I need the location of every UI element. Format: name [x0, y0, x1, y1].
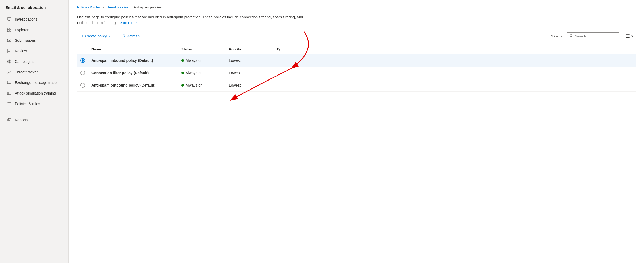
- sidebar-item-policies-rules[interactable]: Policies & rules: [2, 99, 67, 109]
- svg-rect-3: [7, 30, 9, 32]
- search-input[interactable]: [575, 34, 617, 38]
- sidebar-item-explorer-label: Explorer: [15, 28, 29, 32]
- svg-rect-2: [10, 28, 11, 30]
- row2-status-label: Always on: [186, 71, 203, 75]
- target-icon: [7, 59, 12, 64]
- sidebar: Email & collaboration Investigations Exp…: [0, 0, 69, 263]
- sidebar-item-review[interactable]: Review: [2, 46, 67, 56]
- sidebar-item-explorer[interactable]: Explorer: [2, 25, 67, 35]
- reports-icon: [7, 118, 12, 122]
- create-policy-button[interactable]: + Create policy ∨: [77, 32, 114, 40]
- row2-name: Connection filter policy (Default): [88, 67, 178, 79]
- sidebar-header: Email & collaboration: [0, 2, 68, 14]
- table-body: Anti-spam inbound policy (Default) Alway…: [77, 54, 636, 92]
- svg-rect-10: [7, 81, 11, 84]
- svg-point-9: [9, 61, 10, 62]
- col-status-header[interactable]: Status: [178, 45, 226, 54]
- sidebar-item-submissions[interactable]: Submissions: [2, 35, 67, 45]
- create-policy-label: Create policy: [85, 34, 107, 38]
- chart-icon: [7, 70, 12, 74]
- sidebar-item-exchange-message-trace[interactable]: Exchange message trace: [2, 78, 67, 88]
- row2-type: [273, 67, 636, 79]
- grid-icon: [7, 27, 12, 32]
- radio-button-selected[interactable]: [80, 58, 85, 63]
- row3-status-label: Always on: [186, 83, 203, 87]
- main-panel: Policies & rules › Threat policies › Ant…: [69, 0, 644, 97]
- status-dot-on: [181, 84, 184, 87]
- chevron-down-icon-filter: ∨: [631, 34, 633, 38]
- breadcrumb-threat-policies[interactable]: Threat policies: [106, 5, 128, 9]
- row1-priority: Lowest: [226, 54, 273, 67]
- doc-icon: [7, 49, 12, 53]
- row1-type: [273, 54, 636, 67]
- breadcrumb: Policies & rules › Threat policies › Ant…: [77, 5, 636, 9]
- row1-name: Anti-spam inbound policy (Default): [88, 54, 178, 67]
- status-dot-on: [181, 59, 184, 62]
- row3-type: [273, 79, 636, 92]
- plus-icon: +: [81, 34, 84, 39]
- col-type-header[interactable]: Ty...: [273, 45, 636, 54]
- svg-rect-11: [7, 92, 11, 95]
- radio-button[interactable]: [80, 71, 85, 75]
- table-header: Name Status Priority Ty...: [77, 45, 636, 54]
- items-count: 3 items: [551, 34, 562, 38]
- row3-status: Always on: [178, 79, 226, 92]
- breadcrumb-sep-1: ›: [103, 6, 104, 9]
- monitor-icon: [7, 17, 12, 22]
- refresh-icon: [121, 34, 125, 39]
- refresh-button[interactable]: Refresh: [119, 32, 142, 40]
- sidebar-item-review-label: Review: [15, 49, 27, 53]
- chevron-down-icon: ∨: [108, 35, 111, 38]
- filter-button[interactable]: ☰ ∨: [624, 32, 636, 40]
- sidebar-item-investigations[interactable]: Investigations: [2, 14, 67, 24]
- breadcrumb-antispam: Anti-spam policies: [134, 5, 162, 9]
- col-radio-header: [77, 45, 88, 54]
- filter-lines-icon: ☰: [626, 33, 630, 39]
- sidebar-item-exchange-label: Exchange message trace: [15, 81, 57, 85]
- row3-priority: Lowest: [226, 79, 273, 92]
- col-priority-header[interactable]: Priority: [226, 45, 273, 54]
- sidebar-item-reports[interactable]: Reports: [2, 115, 67, 125]
- toolbar: + Create policy ∨ Refresh 3 items ☰: [77, 32, 636, 40]
- sidebar-item-threat-tracker[interactable]: Threat tracker: [2, 67, 67, 77]
- col-name-header[interactable]: Name: [88, 45, 178, 54]
- row3-name: Anti-spam outbound policy (Default): [88, 79, 178, 92]
- sidebar-item-reports-label: Reports: [15, 118, 28, 122]
- sidebar-item-policies-label: Policies & rules: [15, 102, 40, 106]
- breadcrumb-sep-2: ›: [130, 6, 131, 9]
- search-box[interactable]: [567, 32, 619, 40]
- table-row[interactable]: Anti-spam inbound policy (Default) Alway…: [77, 54, 636, 67]
- policy-table: Name Status Priority Ty... Anti-spam inb…: [77, 45, 636, 92]
- sidebar-item-submissions-label: Submissions: [15, 38, 36, 43]
- svg-rect-1: [7, 28, 9, 30]
- svg-rect-4: [10, 30, 11, 32]
- row1-status-label: Always on: [186, 58, 203, 63]
- svg-rect-0: [7, 18, 11, 20]
- breadcrumb-policies-rules[interactable]: Policies & rules: [77, 5, 101, 9]
- radio-button[interactable]: [80, 83, 85, 88]
- sidebar-item-campaigns-label: Campaigns: [15, 59, 34, 64]
- table-row[interactable]: Connection filter policy (Default) Alway…: [77, 67, 636, 79]
- refresh-label: Refresh: [127, 34, 140, 38]
- sidebar-divider: [4, 112, 64, 112]
- row3-radio[interactable]: [77, 79, 88, 92]
- row2-radio[interactable]: [77, 67, 88, 79]
- table-icon: [7, 91, 12, 96]
- table-row[interactable]: Anti-spam outbound policy (Default) Alwa…: [77, 79, 636, 92]
- row1-status: Always on: [178, 54, 226, 67]
- sidebar-item-attack-simulation-label: Attack simulation training: [15, 91, 56, 95]
- filter-icon: [7, 101, 12, 106]
- learn-more-link[interactable]: Learn more: [118, 21, 137, 25]
- msg-icon: [7, 80, 12, 85]
- sidebar-item-investigations-label: Investigations: [15, 17, 38, 21]
- page-description: Use this page to configure policies that…: [77, 15, 315, 26]
- row1-radio[interactable]: [77, 54, 88, 67]
- mail-icon: [7, 38, 12, 43]
- status-dot-on: [181, 72, 184, 74]
- sidebar-item-campaigns[interactable]: Campaigns: [2, 57, 67, 67]
- search-icon: [569, 34, 573, 38]
- sidebar-item-attack-simulation[interactable]: Attack simulation training: [2, 88, 67, 98]
- sidebar-item-threat-tracker-label: Threat tracker: [15, 70, 38, 74]
- main-content: Policies & rules › Threat policies › Ant…: [69, 0, 644, 263]
- description-text: Use this page to configure policies that…: [77, 15, 303, 25]
